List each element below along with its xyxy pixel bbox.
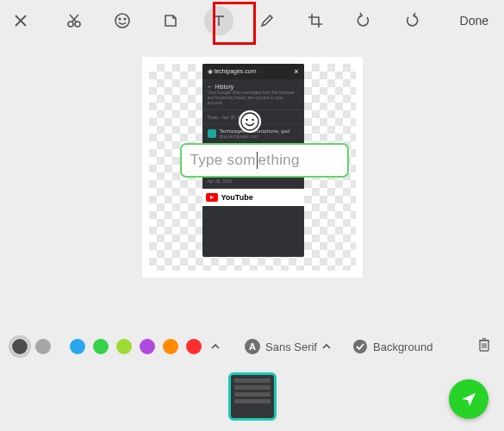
close-button[interactable] [10,10,31,31]
svg-point-12 [246,119,247,121]
background-toggle[interactable]: Background [352,339,432,354]
svg-point-11 [241,113,258,130]
color-swatch-grey-light[interactable] [35,339,51,354]
color-swatch-red[interactable] [186,339,202,354]
color-swatch-green[interactable] [93,339,109,354]
emoji-sticker[interactable] [239,110,261,133]
send-button[interactable] [449,379,488,419]
svg-point-14 [353,340,367,353]
crop-rotate-icon[interactable] [301,6,330,35]
color-swatch-orange[interactable] [163,339,178,354]
color-swatch-grey-dark[interactable] [12,339,28,354]
undo-icon[interactable] [349,6,378,35]
color-more-icon[interactable] [209,340,221,353]
svg-point-8 [124,18,126,20]
check-circle-icon [352,339,368,354]
image-thumbnail[interactable] [228,372,277,421]
pencil-icon[interactable] [252,6,282,35]
svg-point-6 [115,14,129,28]
emoji-icon[interactable] [108,6,137,35]
top-toolbar: Done [0,0,504,41]
text-options-bar: A Sans Serif Background [0,336,504,357]
font-icon: A [245,339,260,354]
color-swatch-purple[interactable] [140,339,155,354]
svg-point-13 [252,119,253,121]
text-input-box[interactable]: Type something [180,143,349,178]
send-icon [459,390,478,409]
text-placeholder: Type something [190,152,300,170]
redo-icon[interactable] [397,6,426,35]
color-swatch-blue[interactable] [70,339,85,354]
color-swatch-lime[interactable] [116,339,132,354]
editor-canvas[interactable]: ◉ techipages.com× ← HistoryYour Google c… [142,57,363,278]
sticker-icon[interactable] [156,6,185,35]
text-tool-icon[interactable] [204,6,233,35]
font-picker[interactable]: A Sans Serif [245,339,331,354]
delete-button[interactable] [476,336,492,357]
cut-icon[interactable] [59,6,89,35]
done-button[interactable]: Done [455,10,494,31]
svg-point-7 [119,18,121,20]
